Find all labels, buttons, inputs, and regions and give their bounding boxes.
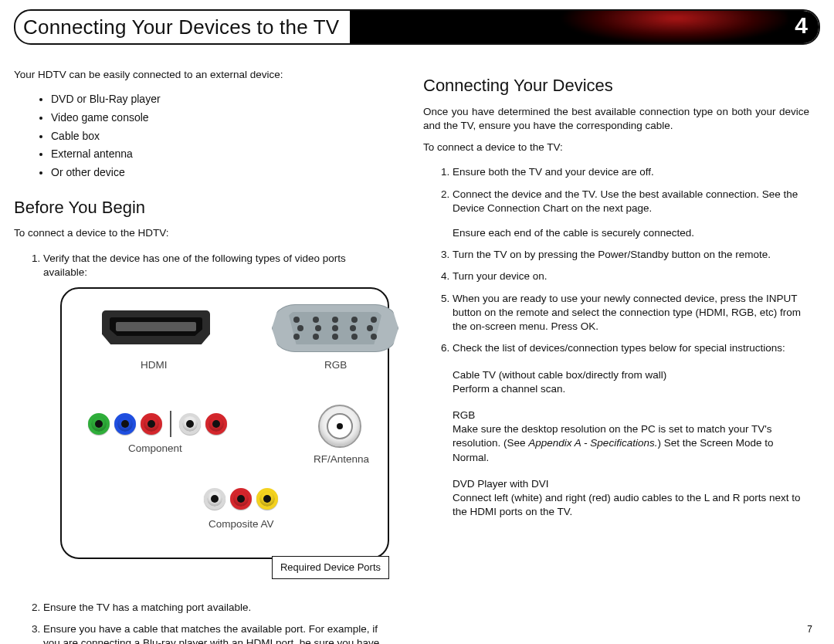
composite-av-port-icon bbox=[204, 488, 278, 510]
block-body: Connect left (white) and right (red) aud… bbox=[453, 491, 809, 519]
left-column: Your HDTV can be easily connected to an … bbox=[14, 68, 392, 644]
block-title: RGB bbox=[453, 408, 809, 422]
list-item: Cable box bbox=[51, 127, 392, 145]
device-list: DVD or Blu-Ray player Video game console… bbox=[14, 90, 392, 181]
list-item: Ensure you have a cable that matches the… bbox=[43, 619, 392, 644]
rf-label: RF/Antenna bbox=[314, 452, 369, 466]
list-item: External antenna bbox=[51, 145, 392, 164]
before-subtext: To connect a device to the HDTV: bbox=[14, 226, 392, 240]
section-connecting-devices: Connecting Your Devices bbox=[423, 74, 809, 97]
step-text: Connect the device and the TV. Use the b… bbox=[453, 188, 798, 214]
chapter-art: 4 bbox=[350, 11, 819, 43]
chapter-number: 4 bbox=[795, 12, 808, 39]
list-item: Turn the TV on by pressing the Power/Sta… bbox=[453, 245, 809, 266]
hdmi-label: HDMI bbox=[141, 358, 168, 372]
step-text: Verify that the device has one of the fo… bbox=[43, 253, 346, 278]
list-item: Connect the device and the TV. Use the b… bbox=[453, 185, 809, 246]
before-steps: Verify that the device has one of the fo… bbox=[14, 249, 392, 564]
step-note: Ensure each end of the cable is securely… bbox=[453, 226, 809, 240]
list-item: Check the list of devices/connection typ… bbox=[453, 338, 809, 536]
right-column: Connecting Your Devices Once you have de… bbox=[423, 68, 809, 644]
list-item: Turn your device on. bbox=[453, 266, 809, 288]
intro-text: Your HDTV can be easily connected to an … bbox=[14, 68, 392, 82]
component-port-icon bbox=[88, 411, 227, 437]
block-title: DVD Player with DVI bbox=[453, 477, 809, 491]
list-item: DVD or Blu-Ray player bbox=[51, 90, 392, 108]
step-text: Check the list of devices/connection typ… bbox=[453, 342, 785, 354]
block-body: Perform a channel scan. bbox=[453, 382, 809, 396]
special-dvd-dvi: DVD Player with DVI Connect left (white)… bbox=[453, 477, 809, 520]
connect-steps: Ensure both the TV and your device are o… bbox=[423, 162, 809, 536]
before-steps-cont: Ensure the TV has a matching port availa… bbox=[14, 598, 392, 644]
composite-label: Composite AV bbox=[208, 517, 274, 531]
chapter-header: Connecting Your Devices to the TV 4 bbox=[14, 9, 820, 45]
list-item: Video game console bbox=[51, 108, 392, 127]
rgb-port-icon bbox=[272, 304, 398, 352]
chapter-title: Connecting Your Devices to the TV bbox=[15, 11, 350, 43]
rf-antenna-port-icon bbox=[318, 405, 361, 448]
right-subtext: To connect a device to the TV: bbox=[423, 141, 809, 154]
list-item: Ensure the TV has a matching port availa… bbox=[43, 598, 392, 619]
page-number: 7 bbox=[807, 624, 812, 635]
text-emphasis: Appendix A - Specifications. bbox=[528, 437, 657, 449]
special-rgb: RGB Make sure the desktop resolution on … bbox=[453, 408, 809, 465]
right-intro: Once you have determined the best availa… bbox=[423, 105, 809, 133]
rgb-label: RGB bbox=[324, 358, 347, 372]
list-item: Ensure both the TV and your device are o… bbox=[453, 162, 809, 184]
list-item: Or other device bbox=[51, 164, 392, 182]
ports-diagram: HDMI RGB bbox=[60, 287, 389, 559]
component-label: Component bbox=[128, 442, 182, 456]
block-title: Cable TV (without cable box/directly fro… bbox=[453, 368, 809, 382]
hdmi-port-icon bbox=[102, 310, 210, 351]
list-item: Verify that the device has one of the fo… bbox=[43, 249, 392, 564]
list-item: When you are ready to use your newly con… bbox=[453, 289, 809, 339]
ports-caption: Required Device Ports bbox=[272, 556, 389, 579]
special-cable-tv: Cable TV (without cable box/directly fro… bbox=[453, 368, 809, 396]
section-before-you-begin: Before You Begin bbox=[14, 196, 392, 219]
block-body: Make sure the desktop resolution on the … bbox=[453, 422, 809, 465]
